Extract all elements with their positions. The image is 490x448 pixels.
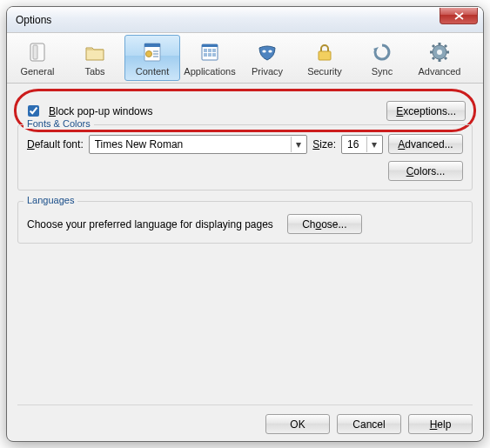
svg-rect-8 bbox=[208, 49, 211, 52]
svg-rect-1 bbox=[33, 45, 37, 59]
gear-icon bbox=[426, 40, 453, 64]
svg-rect-15 bbox=[319, 51, 331, 60]
folder-icon bbox=[81, 40, 109, 64]
dialog-buttons: OK Cancel Help bbox=[17, 405, 473, 434]
colors-button[interactable]: Colors... bbox=[388, 161, 463, 181]
fonts-colors-section: Fonts & Colors Default font: Times New R… bbox=[17, 124, 473, 191]
title-bar: Options bbox=[7, 7, 483, 33]
window-title: Options bbox=[16, 14, 51, 26]
lock-icon bbox=[311, 40, 339, 64]
languages-choose-button[interactable]: Chooose...ose... bbox=[287, 214, 362, 234]
category-toolbar: General Tabs Content Applications Privac… bbox=[7, 33, 483, 84]
svg-rect-3 bbox=[144, 43, 160, 47]
tab-label: Privacy bbox=[252, 66, 283, 77]
options-window: Options General Tabs Content Application… bbox=[6, 6, 484, 442]
page-icon bbox=[138, 40, 166, 64]
tab-label: General bbox=[20, 66, 54, 77]
tab-label: Content bbox=[136, 66, 170, 77]
languages-section: Languages Choose your preferred language… bbox=[17, 201, 473, 244]
fonts-advanced-button[interactable]: Advanced... bbox=[388, 134, 463, 154]
default-font-label: Default font: bbox=[27, 138, 84, 150]
svg-point-14 bbox=[268, 50, 272, 52]
close-icon bbox=[454, 12, 464, 20]
chevron-down-icon: ▾ bbox=[366, 137, 380, 152]
sync-icon bbox=[368, 40, 396, 64]
content-tab[interactable]: Content bbox=[124, 35, 180, 81]
svg-rect-12 bbox=[212, 53, 216, 57]
tab-label: Advanced bbox=[419, 66, 461, 77]
tab-label: Sync bbox=[372, 66, 393, 77]
advanced-tab[interactable]: Advanced bbox=[412, 35, 467, 81]
chevron-down-icon: ▾ bbox=[291, 137, 305, 152]
tab-label: Security bbox=[307, 66, 342, 77]
security-tab[interactable]: Security bbox=[297, 35, 352, 81]
block-popups-checkbox[interactable] bbox=[28, 105, 39, 117]
applications-tab[interactable]: Applications bbox=[182, 35, 238, 81]
svg-rect-11 bbox=[208, 53, 211, 57]
sync-tab[interactable]: Sync bbox=[354, 35, 410, 81]
default-font-value: Times New Roman bbox=[95, 138, 292, 150]
general-tab[interactable]: General bbox=[10, 35, 65, 81]
ok-button[interactable]: OK bbox=[265, 414, 330, 434]
tabs-tab[interactable]: Tabs bbox=[67, 35, 123, 81]
default-font-select[interactable]: Times New Roman ▾ bbox=[89, 135, 308, 154]
close-button[interactable] bbox=[440, 8, 478, 24]
content-pane: Block pop-up windows Exceptions... Fonts… bbox=[7, 84, 483, 441]
svg-rect-6 bbox=[202, 44, 218, 47]
font-size-value: 16 bbox=[347, 138, 366, 150]
mask-icon bbox=[253, 40, 281, 64]
svg-point-13 bbox=[262, 50, 265, 52]
svg-rect-10 bbox=[204, 53, 207, 57]
languages-legend: Languages bbox=[23, 195, 77, 205]
switch-icon bbox=[23, 40, 51, 64]
fonts-colors-legend: Fonts & Colors bbox=[23, 118, 94, 129]
languages-description: Choose your preferred language for displ… bbox=[27, 218, 273, 231]
svg-rect-9 bbox=[212, 49, 216, 52]
help-button[interactable]: Help bbox=[408, 414, 473, 434]
grid-icon bbox=[196, 40, 224, 64]
tab-label: Tabs bbox=[84, 66, 104, 77]
svg-point-17 bbox=[437, 50, 442, 55]
font-size-select[interactable]: 16 ▾ bbox=[341, 135, 383, 154]
exceptions-button[interactable]: Exceptions... bbox=[386, 101, 466, 121]
size-label: Size: bbox=[312, 138, 336, 150]
block-popups-label: Block pop-up windows bbox=[49, 105, 152, 117]
svg-rect-7 bbox=[204, 49, 207, 52]
tab-label: Applications bbox=[184, 66, 235, 77]
cancel-button[interactable]: Cancel bbox=[337, 414, 401, 434]
privacy-tab[interactable]: Privacy bbox=[239, 35, 295, 81]
svg-point-4 bbox=[146, 50, 152, 57]
